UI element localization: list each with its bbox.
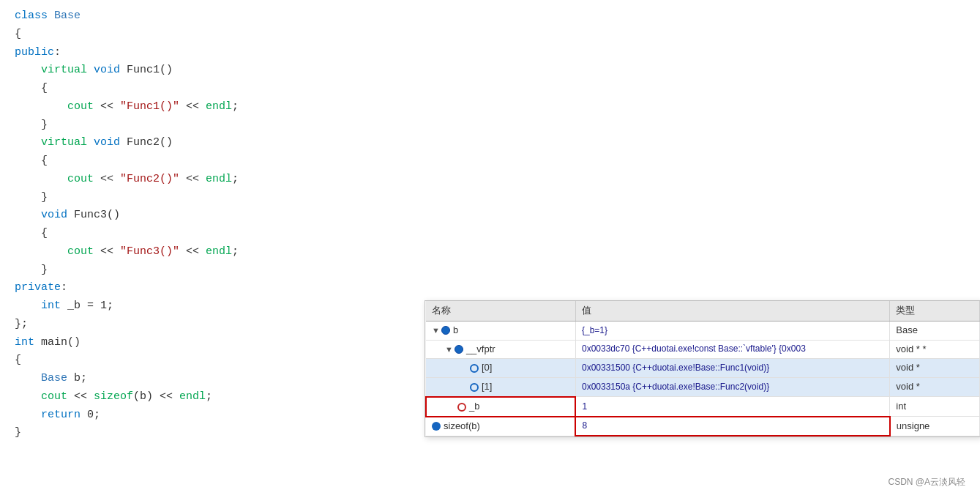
- debug-name-row-bb: _b: [426, 397, 575, 417]
- code-line-L10: cout << "Func2()" << endl;: [15, 171, 965, 189]
- debug-value-row-vfptr: 0x0033dc70 {C++duotai.exe!const Base::`v…: [575, 340, 889, 359]
- code-line-L13: {: [15, 225, 965, 243]
- code-line-L14: cout << "Func3()" << endl;: [15, 243, 965, 261]
- debug-row-row-sizeof[interactable]: sizeof(b)8unsigne: [426, 417, 980, 436]
- debug-value-row-b: {_b=1}: [575, 321, 889, 340]
- col-value: 值: [575, 301, 889, 321]
- debug-name-row-b: ▼b: [426, 321, 575, 340]
- debug-row-row-bb[interactable]: _b1int: [426, 397, 980, 417]
- col-type: 类型: [890, 301, 980, 321]
- code-line-L8: virtual void Func2(): [15, 134, 965, 152]
- debug-panel: 名称 值 类型 ▼b{_b=1}Base▼__vfptr0x0033dc70 {…: [424, 300, 980, 437]
- debug-type-row-bb: int: [890, 397, 980, 417]
- debug-row-row-0[interactable]: [0]0x00331500 {C++duotai.exe!Base::Func1…: [426, 359, 980, 378]
- debug-row-row-b[interactable]: ▼b{_b=1}Base: [426, 321, 980, 340]
- code-line-L11: }: [15, 189, 965, 207]
- debug-row-row-vfptr[interactable]: ▼__vfptr0x0033dc70 {C++duotai.exe!const …: [426, 340, 980, 359]
- code-line-L9: {: [15, 152, 965, 171]
- code-line-L3: public:: [15, 44, 965, 62]
- debug-value-row-bb: 1: [575, 397, 889, 417]
- debug-value-row-1: 0x0033150a {C++duotai.exe!Base::Func2(vo…: [575, 378, 889, 397]
- debug-name-row-0: [0]: [426, 359, 575, 378]
- code-line-L6: cout << "Func1()" << endl;: [15, 98, 965, 116]
- debug-value-row-sizeof: 8: [575, 417, 889, 436]
- col-name: 名称: [426, 301, 575, 321]
- debug-table: 名称 值 类型 ▼b{_b=1}Base▼__vfptr0x0033dc70 {…: [425, 301, 980, 436]
- code-line-L5: {: [15, 80, 965, 98]
- debug-type-row-sizeof: unsigne: [890, 417, 980, 436]
- debug-row-row-1[interactable]: [1]0x0033150a {C++duotai.exe!Base::Func2…: [426, 378, 980, 397]
- code-line-L7: }: [15, 116, 965, 135]
- watermark: CSDN @A云淡风轻: [888, 475, 965, 489]
- debug-type-row-0: void *: [890, 359, 980, 378]
- debug-table-header: 名称 值 类型: [426, 301, 980, 321]
- debug-name-row-1: [1]: [426, 378, 575, 397]
- code-line-L12: void Func3(): [15, 207, 965, 225]
- debug-type-row-vfptr: void * *: [890, 340, 980, 359]
- code-line-L4: virtual void Func1(): [15, 62, 965, 80]
- debug-name-row-sizeof: sizeof(b): [426, 417, 575, 436]
- debug-type-row-1: void *: [890, 378, 980, 397]
- debug-value-row-0: 0x00331500 {C++duotai.exe!Base::Func1(vo…: [575, 359, 889, 378]
- code-line-L1: class Base: [15, 7, 965, 26]
- debug-type-row-b: Base: [890, 321, 980, 340]
- code-line-L2: {: [15, 26, 965, 44]
- code-line-L15: }: [15, 261, 965, 280]
- code-line-L16: private:: [15, 279, 965, 297]
- debug-name-row-vfptr: ▼__vfptr: [426, 340, 575, 359]
